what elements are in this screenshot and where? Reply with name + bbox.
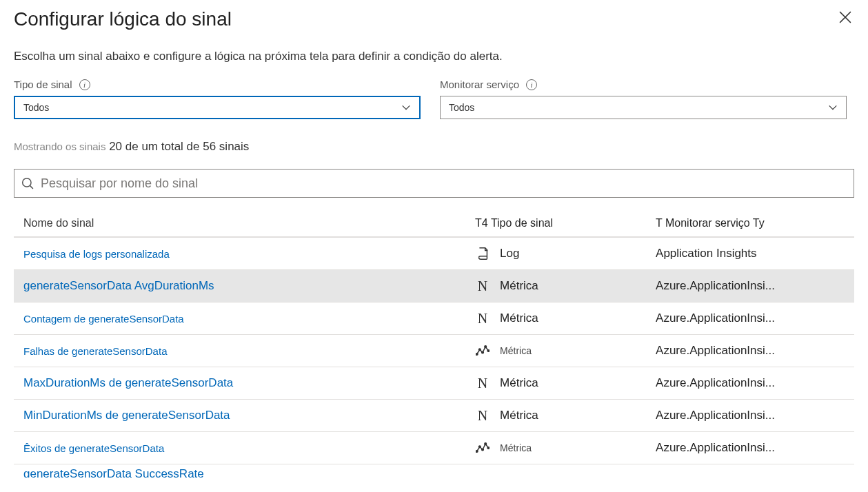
- signal-name-link[interactable]: Pesquisa de logs personalizada: [23, 248, 475, 260]
- signal-type-cell: NMétrica: [475, 278, 656, 294]
- search-box[interactable]: [14, 169, 854, 198]
- metric-n-icon: N: [478, 278, 487, 294]
- metric-line-icon: [476, 344, 489, 358]
- signal-name-link[interactable]: generateSensorData SuccessRate: [23, 467, 475, 478]
- signal-type-text: Log: [500, 247, 519, 260]
- signal-name-link[interactable]: Falhas de generateSensorData: [23, 345, 475, 357]
- signal-name-link[interactable]: generateSensorData AvgDurationMs: [23, 279, 475, 293]
- signal-type-text: Métrica: [500, 442, 532, 453]
- column-header-type[interactable]: T4 Tipo de sinal: [475, 217, 656, 229]
- page-title: Configurar lógica do sinal: [14, 8, 232, 30]
- table-row[interactable]: generateSensorData SuccessRate: [14, 464, 854, 478]
- page-description: Escolha um sinal abaixo e configure a ló…: [14, 50, 854, 63]
- svg-point-13: [487, 447, 489, 449]
- signal-name-link[interactable]: MinDurationMs de generateSensorData: [23, 409, 475, 422]
- signal-service-cell: Azure.ApplicationInsi...: [656, 344, 845, 358]
- monitor-service-label: Monitorar serviço: [440, 79, 519, 90]
- signal-type-text: Métrica: [500, 311, 538, 325]
- signal-service-cell: Application Insights: [656, 247, 845, 260]
- signal-type-icon: N: [475, 278, 490, 294]
- svg-point-5: [479, 349, 481, 351]
- signal-type-cell: NMétrica: [475, 408, 656, 423]
- signal-type-icon: N: [475, 408, 490, 423]
- signal-type-cell: Métrica: [475, 343, 656, 358]
- signal-type-cell: NMétrica: [475, 311, 656, 326]
- signal-type-dropdown[interactable]: Todos: [14, 96, 421, 119]
- signal-type-icon: N: [475, 376, 490, 391]
- table-row[interactable]: MinDurationMs de generateSensorDataNMétr…: [14, 399, 854, 431]
- svg-point-2: [23, 178, 31, 187]
- log-icon: [475, 245, 490, 262]
- svg-point-6: [482, 351, 484, 353]
- chevron-down-icon: [828, 103, 838, 112]
- monitor-service-dropdown[interactable]: Todos: [440, 96, 847, 119]
- svg-point-10: [479, 446, 481, 448]
- signal-type-value: Todos: [23, 102, 49, 113]
- svg-point-8: [487, 350, 489, 352]
- metric-n-icon: N: [478, 408, 487, 424]
- metric-n-icon: N: [478, 311, 487, 327]
- signal-service-cell: Azure.ApplicationInsi...: [656, 376, 845, 390]
- metric-line-icon: [476, 441, 489, 455]
- signal-type-cell: Log: [475, 246, 656, 261]
- signal-type-cell: NMétrica: [475, 376, 656, 391]
- svg-point-9: [476, 451, 478, 453]
- svg-point-11: [482, 449, 484, 451]
- signal-type-text: Métrica: [500, 279, 538, 293]
- table-row[interactable]: generateSensorData AvgDurationMsNMétrica…: [14, 269, 854, 302]
- search-icon: [21, 177, 34, 189]
- table-row[interactable]: Êxitos de generateSensorDataMétricaAzure…: [14, 431, 854, 464]
- chevron-down-icon: [401, 103, 411, 112]
- signal-type-icon: N: [475, 311, 490, 326]
- status-prefix: Mostrando os sinais: [14, 141, 105, 152]
- monitor-service-value: Todos: [449, 102, 474, 113]
- svg-point-12: [485, 443, 487, 445]
- signal-type-icon: [475, 440, 490, 455]
- close-icon: [839, 11, 851, 23]
- column-header-service[interactable]: T Monitorar serviço Ty: [656, 217, 845, 229]
- table-row[interactable]: Contagem de generateSensorDataNMétricaAz…: [14, 302, 854, 334]
- svg-point-7: [485, 346, 487, 348]
- info-icon[interactable]: i: [526, 79, 537, 90]
- signal-name-link[interactable]: Êxitos de generateSensorData: [23, 442, 475, 454]
- table-row[interactable]: Pesquisa de logs personalizadaLogApplica…: [14, 237, 854, 269]
- signal-name-link[interactable]: Contagem de generateSensorData: [23, 313, 475, 325]
- signal-type-text: Métrica: [500, 345, 532, 356]
- signal-service-cell: Azure.ApplicationInsi...: [656, 279, 845, 293]
- column-header-name[interactable]: Nome do sinal: [23, 217, 475, 229]
- signal-service-cell: Azure.ApplicationInsi...: [656, 409, 845, 422]
- signal-type-text: Métrica: [500, 409, 538, 422]
- signal-service-cell: Azure.ApplicationInsi...: [656, 311, 845, 325]
- signal-type-label: Tipo de sinal: [14, 79, 72, 90]
- table-row[interactable]: MaxDurationMs de generateSensorDataNMétr…: [14, 367, 854, 399]
- table-row[interactable]: Falhas de generateSensorDataMétricaAzure…: [14, 334, 854, 367]
- signal-type-text: Métrica: [500, 376, 538, 390]
- svg-point-4: [476, 353, 478, 356]
- status-count: 20 de um total de 56 sinais: [109, 140, 249, 153]
- close-button[interactable]: [836, 8, 854, 29]
- signal-type-cell: Métrica: [475, 440, 656, 455]
- status-text: Mostrando os sinais 20 de um total de 56…: [14, 140, 854, 154]
- signal-name-link[interactable]: MaxDurationMs de generateSensorData: [23, 376, 475, 390]
- svg-line-3: [30, 185, 33, 189]
- info-icon[interactable]: i: [79, 79, 90, 90]
- search-input[interactable]: [41, 176, 847, 191]
- signal-type-icon: [475, 246, 490, 261]
- signal-service-cell: Azure.ApplicationInsi...: [656, 441, 845, 455]
- metric-n-icon: N: [478, 376, 487, 391]
- signal-type-icon: [475, 343, 490, 358]
